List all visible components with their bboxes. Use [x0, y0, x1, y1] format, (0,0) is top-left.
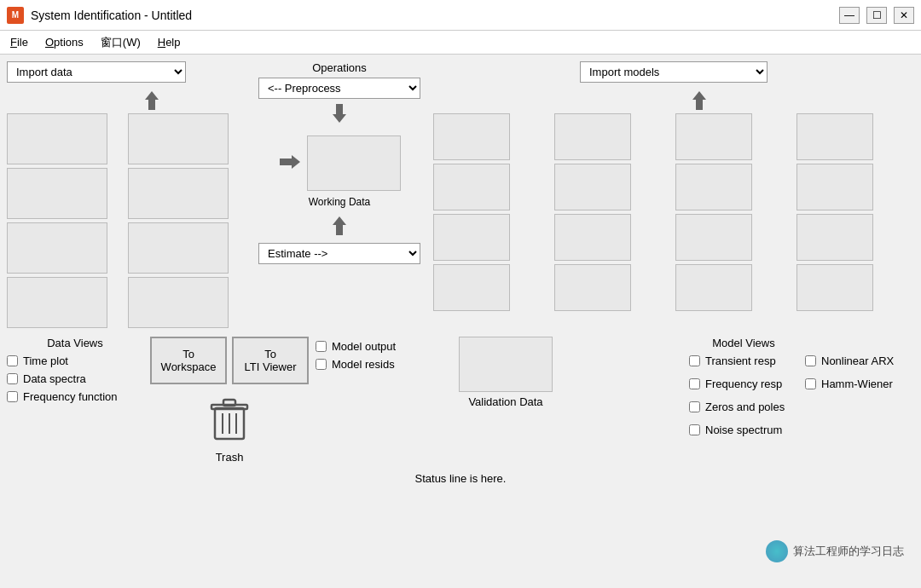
- app-icon: M: [7, 7, 24, 24]
- data-spectra-checkbox[interactable]: [7, 373, 18, 384]
- svg-rect-7: [223, 400, 235, 406]
- model-output-row: Model output: [316, 340, 435, 353]
- watermark: 算法工程师的学习日志: [766, 540, 904, 562]
- time-plot-label: Time plot: [23, 355, 68, 367]
- freq-function-row: Frequency function: [7, 390, 143, 403]
- data-cell-2[interactable]: [128, 113, 229, 164]
- data-cell-7[interactable]: [7, 277, 107, 328]
- model-cell-10[interactable]: [554, 214, 631, 261]
- model-cell-13[interactable]: [433, 264, 510, 311]
- model-cell-11[interactable]: [675, 214, 752, 261]
- time-plot-checkbox[interactable]: [7, 355, 18, 366]
- model-output-label: Model output: [332, 340, 396, 353]
- data-cell-4[interactable]: [128, 168, 229, 219]
- model-cell-14[interactable]: [554, 264, 631, 311]
- nonlinear-arx-row: Nonlinear ARX: [805, 355, 914, 367]
- model-cell-15[interactable]: [675, 264, 752, 311]
- trash-icon[interactable]: [208, 396, 251, 447]
- data-views-panel: Data Views Time plot Data spectra Freque…: [7, 337, 143, 408]
- working-data-row: [278, 132, 401, 194]
- estimate-arrow: [327, 213, 351, 237]
- trash-svg: [208, 396, 251, 442]
- left-panel: Import data Time domain data Frequency d…: [7, 61, 246, 328]
- data-cell-5[interactable]: [7, 222, 107, 274]
- estimate-dropdown[interactable]: Estimate -->: [258, 243, 420, 264]
- data-cell-6[interactable]: [128, 222, 229, 274]
- model-cell-3[interactable]: [675, 113, 752, 160]
- menu-window[interactable]: 窗口(W): [94, 33, 148, 52]
- menu-bar: File Options 窗口(W) Help: [0, 31, 921, 55]
- model-output-panel: Model output Model resids: [316, 337, 435, 376]
- model-views-title: Model Views: [573, 337, 914, 349]
- menu-file[interactable]: File: [3, 34, 35, 50]
- frequency-resp-checkbox[interactable]: [689, 378, 700, 389]
- nonlinear-arx-checkbox[interactable]: [805, 355, 816, 366]
- data-spectra-label: Data spectra: [23, 372, 86, 385]
- model-grid: [433, 113, 914, 311]
- main-content: Import data Time domain data Frequency d…: [0, 55, 921, 588]
- svg-marker-0: [145, 91, 159, 110]
- watermark-icon: [766, 540, 788, 562]
- data-cell-3[interactable]: [7, 168, 107, 219]
- model-resids-label: Model resids: [332, 358, 395, 371]
- workspace-buttons: ToWorkspace ToLTI Viewer: [150, 337, 309, 384]
- svg-marker-1: [333, 104, 346, 123]
- model-output-checkbox[interactable]: [316, 341, 327, 352]
- transient-resp-checkbox[interactable]: [689, 355, 700, 366]
- model-resids-row: Model resids: [316, 358, 435, 371]
- model-views-grid: Transient resp Nonlinear ARX Frequency r…: [573, 355, 914, 441]
- center-panel: Operations <-- Preprocess: [246, 61, 433, 264]
- app-title: System Identification - Untitled: [31, 9, 192, 22]
- model-cell-7[interactable]: [675, 164, 752, 210]
- import-models-dropdown[interactable]: Import models: [580, 61, 768, 83]
- frequency-resp-label: Frequency resp: [705, 378, 782, 390]
- operations-label: Operations: [312, 61, 367, 74]
- validation-area: Validation Data: [459, 337, 553, 408]
- close-button[interactable]: ✕: [894, 7, 914, 24]
- watermark-text: 算法工程师的学习日志: [793, 544, 904, 559]
- freq-function-label: Frequency function: [23, 390, 118, 403]
- freq-function-checkbox[interactable]: [7, 391, 18, 402]
- zeros-poles-checkbox[interactable]: [689, 401, 700, 412]
- noise-spectrum-label: Noise spectrum: [705, 424, 782, 436]
- nonlinear-arx-label: Nonlinear ARX: [821, 355, 894, 367]
- model-cell-2[interactable]: [554, 113, 631, 160]
- preprocess-dropdown[interactable]: <-- Preprocess: [258, 78, 420, 99]
- svg-marker-3: [333, 216, 346, 235]
- bottom-section: Data Views Time plot Data spectra Freque…: [7, 337, 914, 464]
- model-cell-12[interactable]: [796, 214, 873, 261]
- svg-marker-4: [692, 91, 706, 110]
- noise-spectrum-checkbox[interactable]: [689, 424, 700, 435]
- import-data-dropdown[interactable]: Import data Time domain data Frequency d…: [7, 61, 186, 83]
- model-cell-6[interactable]: [554, 164, 631, 210]
- menu-help[interactable]: Help: [151, 34, 188, 50]
- data-views-title: Data Views: [7, 337, 143, 349]
- to-lti-viewer-button[interactable]: ToLTI Viewer: [232, 337, 309, 384]
- minimize-button[interactable]: —: [839, 7, 860, 24]
- zeros-poles-row: Zeros and poles: [689, 401, 798, 413]
- noise-spectrum-row: Noise spectrum: [689, 424, 798, 436]
- trash-label: Trash: [216, 451, 244, 464]
- model-cell-16[interactable]: [796, 264, 873, 311]
- model-views-panel: Model Views Transient resp Nonlinear ARX…: [559, 337, 914, 441]
- maximize-button[interactable]: ☐: [866, 7, 887, 24]
- model-cell-9[interactable]: [433, 214, 510, 261]
- model-cell-5[interactable]: [433, 164, 510, 210]
- status-bar: Status line is here.: [7, 472, 914, 485]
- hamm-wiener-row: Hamm-Wiener: [805, 378, 914, 390]
- data-cell-8[interactable]: [128, 277, 229, 328]
- model-resids-checkbox[interactable]: [316, 359, 327, 370]
- data-import-arrow: [140, 88, 164, 112]
- trash-area: Trash: [208, 396, 251, 464]
- menu-options[interactable]: Options: [38, 34, 90, 50]
- to-workspace-button[interactable]: ToWorkspace: [150, 337, 227, 384]
- model-import-arrow: [687, 88, 711, 112]
- validation-data-label: Validation Data: [468, 395, 542, 408]
- data-cell-1[interactable]: [7, 113, 107, 164]
- preprocess-arrow: [327, 102, 351, 126]
- model-cell-8[interactable]: [796, 164, 873, 210]
- working-data-right-arrow: [278, 152, 302, 172]
- model-cell-4[interactable]: [796, 113, 873, 160]
- model-cell-1[interactable]: [433, 113, 510, 160]
- hamm-wiener-checkbox[interactable]: [805, 378, 816, 389]
